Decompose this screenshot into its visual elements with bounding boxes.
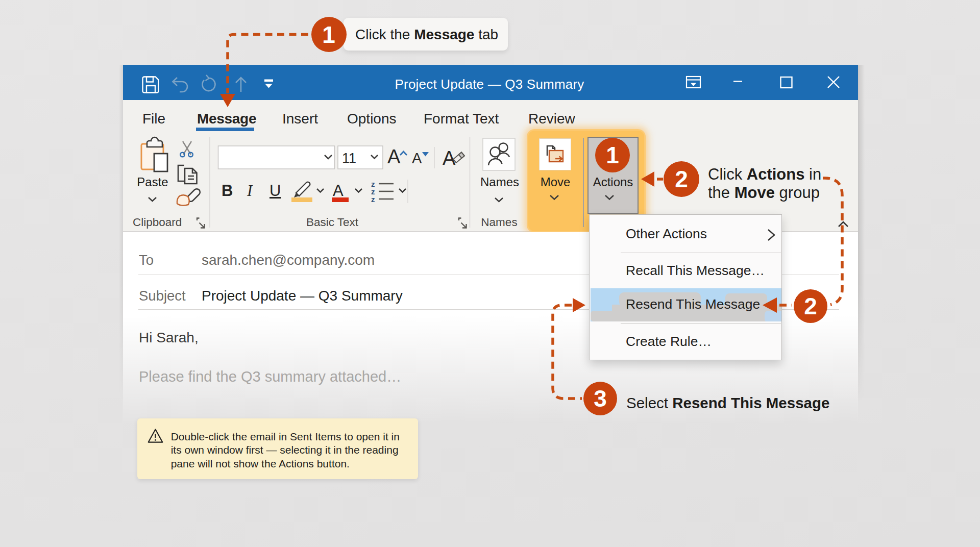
svg-text:A: A: [412, 150, 422, 166]
svg-text:U: U: [270, 182, 281, 200]
svg-text:B: B: [222, 182, 233, 200]
svg-text:A: A: [387, 146, 401, 167]
svg-text:z: z: [371, 195, 375, 204]
svg-text:A: A: [333, 182, 344, 200]
svg-text:I: I: [247, 182, 253, 200]
